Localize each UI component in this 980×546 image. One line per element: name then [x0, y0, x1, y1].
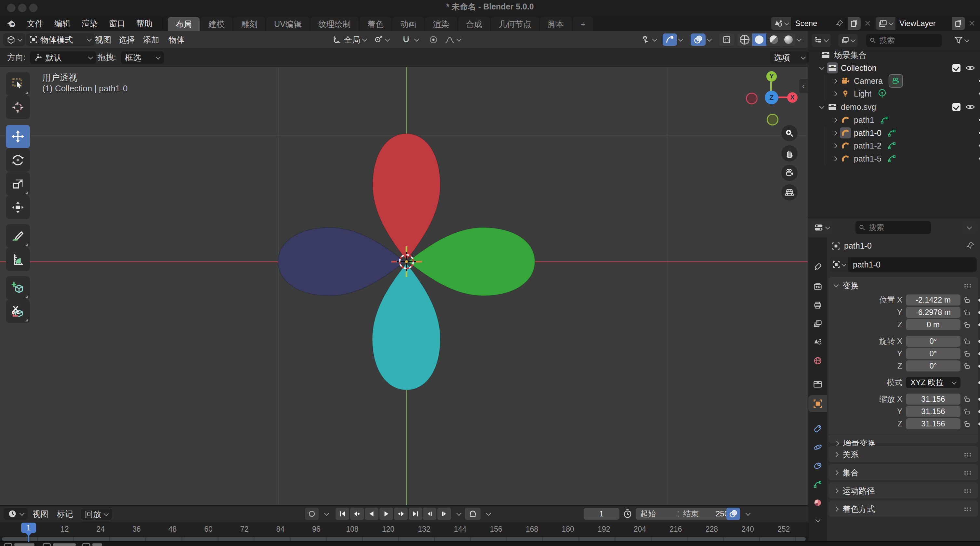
- rotate-tool[interactable]: [6, 148, 30, 171]
- shading-solid-button[interactable]: [752, 33, 766, 46]
- zoom-view-button[interactable]: [781, 125, 798, 141]
- workspace-tab[interactable]: +: [573, 17, 593, 31]
- hide-eye-icon[interactable]: [979, 77, 980, 84]
- animate-property-dot[interactable]: [978, 410, 980, 413]
- outliner-row-scene-collection[interactable]: 场景集合: [808, 48, 980, 62]
- outliner-editor-type-button[interactable]: [811, 34, 831, 47]
- tab-world[interactable]: [808, 352, 827, 369]
- gizmo-x-axis[interactable]: X: [787, 92, 798, 103]
- tab-strip-overflow[interactable]: [808, 512, 827, 529]
- value-field[interactable]: 0 m: [906, 319, 961, 330]
- timeline-menu-view[interactable]: 视图: [32, 506, 49, 522]
- loop-options-dropdown[interactable]: [482, 508, 495, 520]
- orientation-dropdown[interactable]: 默认: [30, 51, 96, 64]
- options-dropdown[interactable]: 选项: [770, 51, 809, 64]
- transform-panel-header[interactable]: 变换: [829, 277, 978, 294]
- tab-output[interactable]: [808, 297, 827, 314]
- workspace-tab[interactable]: 动画: [393, 17, 424, 31]
- lock-icon[interactable]: [961, 309, 974, 316]
- jump-to-start-button[interactable]: [336, 508, 349, 520]
- sidebar-collapse-handle[interactable]: ‹: [799, 79, 808, 93]
- outliner-search[interactable]: [866, 34, 942, 47]
- jump-to-end-button[interactable]: [409, 508, 422, 520]
- workspace-tab[interactable]: 渲染: [425, 17, 457, 31]
- outliner-row-path1-0[interactable]: path1-0: [808, 127, 980, 140]
- gizmo-y-axis[interactable]: Y: [766, 71, 777, 82]
- outliner-row-path1-2[interactable]: path1-2: [808, 139, 980, 152]
- timeline-overlay-toggle[interactable]: [726, 508, 740, 520]
- timeline-overlay-dropdown[interactable]: [741, 508, 755, 520]
- animate-property-dot[interactable]: [978, 422, 980, 425]
- frame-end-field[interactable]: 结束250: [679, 508, 733, 520]
- animate-property-dot[interactable]: [978, 398, 980, 401]
- workspace-tab[interactable]: 纹理绘制: [310, 17, 359, 31]
- shading-options-dropdown[interactable]: [797, 31, 801, 48]
- show-gizmo-dropdown[interactable]: [638, 33, 660, 46]
- annotate-tool[interactable]: [6, 224, 30, 248]
- lock-icon[interactable]: [961, 297, 974, 303]
- add-cube-tool[interactable]: [6, 276, 30, 300]
- play-button[interactable]: [379, 508, 393, 520]
- hide-eye-icon[interactable]: [979, 129, 980, 136]
- frame-step-options-dropdown[interactable]: [452, 508, 466, 520]
- hide-eye-icon[interactable]: [979, 90, 980, 97]
- tab-tool[interactable]: [808, 259, 827, 275]
- play-reverse-button[interactable]: [365, 508, 379, 520]
- lock-icon[interactable]: [961, 321, 974, 328]
- perspective-toggle-button[interactable]: [781, 184, 798, 200]
- gizmos-toggle[interactable]: [663, 33, 677, 46]
- lock-icon[interactable]: [961, 420, 974, 427]
- proportional-falloff-dropdown[interactable]: [442, 33, 464, 46]
- remove-viewlayer-button[interactable]: ✕: [968, 19, 975, 29]
- pivot-point-dropdown[interactable]: [371, 33, 393, 46]
- tab-physics[interactable]: [808, 439, 827, 456]
- transform-orientation-dropdown[interactable]: 全局: [329, 33, 370, 46]
- outliner-row-light[interactable]: Light: [808, 87, 980, 100]
- value-field[interactable]: -2.1422 m: [906, 294, 961, 305]
- playback-menu[interactable]: 回放: [81, 508, 112, 520]
- shading-rendered-button[interactable]: [781, 33, 795, 46]
- tab-material[interactable]: [808, 494, 827, 511]
- properties-editor-type-button[interactable]: [811, 221, 832, 234]
- lock-icon[interactable]: [961, 408, 974, 415]
- animate-property-dot[interactable]: [978, 340, 980, 343]
- next-keyframe-button[interactable]: [394, 508, 408, 520]
- playhead[interactable]: 1: [21, 522, 36, 533]
- curve-data-icon[interactable]: [880, 115, 889, 124]
- viewport-menu-view[interactable]: 视图: [95, 31, 111, 48]
- tab-object[interactable]: [808, 395, 827, 412]
- measure-tool[interactable]: [6, 248, 30, 271]
- outliner-search-input[interactable]: [878, 35, 939, 45]
- new-scene-button[interactable]: [848, 17, 861, 30]
- workspace-tab[interactable]: 建模: [200, 17, 232, 31]
- loop-playback-toggle[interactable]: [465, 508, 480, 520]
- outliner-row-demo-svg[interactable]: demo.svg: [808, 100, 980, 113]
- value-field[interactable]: 0°: [906, 348, 961, 359]
- workspace-tab[interactable]: 合成: [458, 17, 490, 31]
- workspace-tab[interactable]: UV编辑: [266, 17, 310, 31]
- viewport-menu-select[interactable]: 选择: [119, 31, 135, 48]
- menubar-menu[interactable]: 渲染: [76, 18, 103, 29]
- hide-eye-icon[interactable]: [979, 142, 980, 149]
- panel-relations[interactable]: 关系: [829, 446, 978, 462]
- expand-icon[interactable]: [819, 104, 824, 109]
- mode-dropdown[interactable]: 物体模式: [26, 33, 94, 46]
- value-field[interactable]: 0°: [906, 336, 961, 347]
- new-viewlayer-button[interactable]: [952, 17, 965, 30]
- snap-toggle[interactable]: [399, 33, 413, 46]
- animate-property-dot[interactable]: [978, 381, 980, 384]
- pin-id-icon[interactable]: [966, 241, 975, 249]
- camera-data-icon[interactable]: [889, 74, 903, 88]
- workspace-tab[interactable]: 着色: [360, 17, 391, 31]
- drag-dropdown[interactable]: 框选: [121, 51, 164, 64]
- viewport-menu-object[interactable]: 物体: [169, 31, 185, 48]
- proportional-editing-toggle[interactable]: [426, 33, 440, 46]
- panel-drag-handle[interactable]: [964, 283, 972, 287]
- object-id-icon[interactable]: [830, 257, 848, 272]
- select-box-tool[interactable]: [6, 72, 30, 95]
- workspace-tab[interactable]: 布局: [168, 17, 200, 31]
- auto-key-toggle[interactable]: [305, 508, 319, 520]
- outliner-row-path1-5[interactable]: path1-5: [808, 152, 980, 165]
- lock-icon[interactable]: [961, 395, 974, 403]
- cursor-tool[interactable]: [6, 95, 30, 119]
